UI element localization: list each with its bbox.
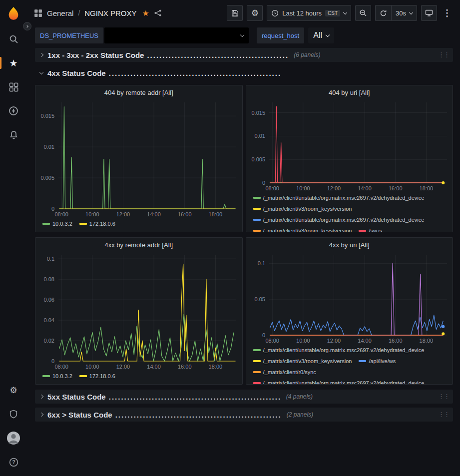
svg-text:10:00: 10:00: [296, 338, 310, 344]
sidebar-nav: ★: [0, 27, 27, 147]
svg-text:08:00: 08:00: [265, 185, 279, 191]
share-icon[interactable]: [154, 9, 162, 17]
toolbar-controls: ⚙ Last 12 hours CST 30s: [227, 5, 453, 21]
legend-item[interactable]: 172.18.0.6: [79, 372, 115, 380]
legend-series-color: [253, 208, 261, 210]
dashboard-canvas: 1xx - 3xx - 2xx Status Code ............…: [27, 45, 460, 476]
tv-mode-button[interactable]: [421, 5, 437, 21]
legend-series-label: /_matrix/client/unstable/org.matrix.msc2…: [263, 216, 425, 224]
shield-icon: [9, 410, 18, 419]
sidebar-item-starred[interactable]: ★: [0, 51, 27, 75]
panel-title[interactable]: 404 by remote addr [All]: [35, 85, 242, 99]
dashboard-title[interactable]: NGINX PROXY: [84, 9, 136, 17]
legend-item[interactable]: /_matrix/client/r0/sync: [253, 368, 316, 376]
svg-text:16:00: 16:00: [178, 364, 192, 370]
svg-text:12:00: 12:00: [116, 211, 130, 217]
svg-text:08:00: 08:00: [54, 364, 68, 370]
legend-item[interactable]: 10.0.3.2: [42, 372, 72, 380]
legend-item[interactable]: /_matrix/client/unstable/org.matrix.msc2…: [253, 346, 425, 354]
time-range-picker[interactable]: Last 12 hours CST: [267, 5, 351, 21]
datasource-variable-label[interactable]: DS_PROMETHEUS: [35, 27, 103, 43]
sidebar-item-server-admin[interactable]: [0, 402, 27, 426]
kebab-menu[interactable]: ⋮: [441, 7, 453, 18]
legend-item[interactable]: 10.0.3.2: [42, 220, 72, 228]
avatar: [6, 431, 20, 445]
legend-series-label: 10.0.3.2: [52, 220, 72, 228]
row-dots: ........................................…: [109, 393, 281, 401]
legend-item[interactable]: 172.18.0.6: [79, 220, 115, 228]
favorite-star-icon[interactable]: ★: [142, 8, 149, 18]
legend-item[interactable]: /sw.js: [359, 227, 382, 232]
panel-chart[interactable]: 00.050.108:0010:0012:0014:0016:0018:00: [246, 252, 453, 345]
request-host-variable-label[interactable]: request_host: [257, 27, 304, 43]
sidebar-item-search[interactable]: [0, 27, 27, 51]
svg-text:0: 0: [51, 358, 54, 364]
sidebar-item-alerting[interactable]: [0, 123, 27, 147]
panel-title[interactable]: 4xx by remote addr [All]: [35, 238, 242, 252]
legend-series-label: /sw.js: [369, 227, 382, 232]
legend-item[interactable]: /_matrix/client/v3/room_keys/version: [253, 205, 352, 213]
magnifier-minus-icon: [359, 9, 367, 17]
save-dashboard-button[interactable]: [227, 5, 243, 21]
request-host-select[interactable]: All: [308, 27, 334, 43]
chevron-right-icon: [39, 395, 43, 399]
svg-text:0.01: 0.01: [44, 144, 54, 150]
panel-404-by-remote-addr: 404 by remote addr [All] 00.0050.010.015…: [35, 85, 243, 232]
svg-text:14:00: 14:00: [147, 211, 161, 217]
legend-item[interactable]: /_matrix/client/unstable/org.matrix.msc2…: [253, 216, 425, 224]
time-range-label: Last 12 hours: [282, 9, 322, 17]
legend-series-label: /_matrix/client/unstable/org.matrix.msc2…: [263, 379, 425, 384]
svg-text:0: 0: [262, 180, 265, 186]
panel-chart[interactable]: 00.020.040.060.080.108:0010:0012:0014:00…: [35, 252, 242, 371]
row-drag-handle[interactable]: ⋮⋮: [438, 52, 449, 57]
panel-chart[interactable]: 00.0050.010.01508:0010:0012:0014:0016:00…: [246, 99, 453, 193]
sidebar-item-help[interactable]: ?: [0, 450, 27, 474]
sidebar-item-configuration[interactable]: ⚙: [0, 378, 27, 402]
grafana-logo-icon[interactable]: [0, 0, 27, 27]
panel-chart[interactable]: 00.0050.010.01508:0010:0012:0014:0016:00…: [35, 99, 242, 219]
chevron-right-icon: [39, 413, 43, 417]
legend-series-label: /_matrix/client/v3/room_keys/version: [263, 227, 352, 232]
sidebar-expand-button[interactable]: [23, 22, 31, 30]
svg-text:12:00: 12:00: [327, 185, 341, 191]
legend-item[interactable]: /_matrix/client/unstable/org.matrix.msc2…: [253, 379, 425, 384]
legend-item[interactable]: /_matrix/client/v3/room_keys/version: [253, 357, 352, 365]
row-dots: ........................................…: [109, 69, 281, 77]
sidebar-item-profile[interactable]: [0, 426, 27, 450]
main-area: General / NGINX PROXY ★ ⚙ Last 12 hours …: [27, 0, 460, 476]
panel-legend: /_matrix/client/unstable/org.matrix.msc2…: [246, 345, 453, 384]
refresh-interval-dropdown[interactable]: 30s: [391, 5, 417, 21]
svg-text:14:00: 14:00: [147, 364, 161, 370]
dashboard-row-1xx-3xx-2xx[interactable]: 1xx - 3xx - 2xx Status Code ............…: [35, 48, 453, 62]
legend-item[interactable]: /_matrix/client/unstable/org.matrix.msc2…: [253, 194, 425, 202]
dashboard-row-4xx[interactable]: 4xx Status Code ........................…: [35, 66, 453, 80]
legend-item[interactable]: /api/live/ws: [359, 357, 396, 365]
legend-item[interactable]: /_matrix/client/v3/room_keys/version: [253, 227, 352, 232]
panel-title[interactable]: 4xx by uri [All]: [246, 238, 453, 252]
panel-title[interactable]: 404 by uri [All]: [246, 85, 453, 99]
datasource-select[interactable]: [104, 27, 249, 43]
dashboard-settings-button[interactable]: ⚙: [247, 5, 263, 21]
dashboard-row-6xx[interactable]: 6xx > Status Code ......................…: [35, 408, 453, 422]
svg-text:18:00: 18:00: [419, 185, 433, 191]
row-drag-handle[interactable]: ⋮⋮: [438, 394, 449, 399]
row-drag-handle[interactable]: ⋮⋮: [438, 412, 449, 417]
svg-text:10:00: 10:00: [85, 364, 99, 370]
refresh-button[interactable]: [375, 5, 391, 21]
sidebar-item-dashboards[interactable]: [0, 75, 27, 99]
row-title: 6xx > Status Code: [47, 411, 112, 419]
refresh-control: 30s: [375, 5, 417, 21]
zoom-out-button[interactable]: [355, 5, 371, 21]
legend-series-label: /_matrix/client/unstable/org.matrix.msc2…: [263, 194, 425, 202]
refresh-interval-value: 30s: [396, 9, 406, 17]
chevron-right-icon: [25, 25, 28, 28]
svg-text:14:00: 14:00: [358, 185, 372, 191]
panel-404-by-uri: 404 by uri [All] 00.0050.010.01508:0010:…: [246, 85, 454, 232]
sidebar-item-explore[interactable]: [0, 99, 27, 123]
svg-text:10:00: 10:00: [296, 185, 310, 191]
top-navbar: General / NGINX PROXY ★ ⚙ Last 12 hours …: [27, 0, 460, 26]
dashboard-row-5xx[interactable]: 5xx Status Code ........................…: [35, 390, 453, 404]
breadcrumb-section[interactable]: General: [47, 9, 73, 17]
svg-text:?: ?: [12, 459, 15, 465]
refresh-icon: [380, 9, 387, 17]
